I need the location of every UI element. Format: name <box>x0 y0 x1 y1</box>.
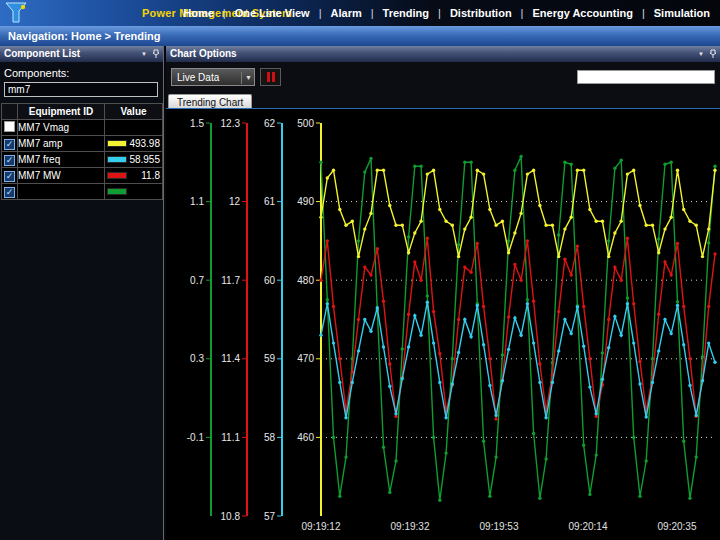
chart-options-title: Chart Options <box>170 48 237 59</box>
svg-text:09:20:35: 09:20:35 <box>658 521 697 532</box>
equipment-id <box>18 184 105 200</box>
series-color-swatch <box>107 172 127 179</box>
checkbox-cell: ✓ <box>2 136 18 152</box>
row-checkbox[interactable]: ✓ <box>4 187 15 198</box>
equipment-id: MM7 MW <box>18 168 105 184</box>
component-list-header: Component List ▼ <box>0 46 163 62</box>
chevron-down-icon[interactable]: ▼ <box>698 46 704 62</box>
pause-button[interactable] <box>260 68 281 86</box>
chevron-down-icon: ▼ <box>241 72 252 84</box>
menu-separator: | <box>642 7 645 19</box>
equipment-id: MM7 amp <box>18 136 105 152</box>
svg-text:0.7: 0.7 <box>190 275 204 286</box>
top-bar: Power Management System Home|One Line Vi… <box>0 0 720 26</box>
components-label: Components: <box>0 62 163 82</box>
svg-text:59: 59 <box>264 353 276 364</box>
value-cell <box>105 120 163 136</box>
chart-search-input[interactable] <box>577 70 715 84</box>
tab-bar: Trending Chart <box>166 92 720 108</box>
row-checkbox[interactable] <box>4 121 15 132</box>
pin-icon[interactable] <box>152 49 160 59</box>
svg-text:480: 480 <box>297 275 314 286</box>
svg-text:1.1: 1.1 <box>190 196 204 207</box>
svg-text:09:19:12: 09:19:12 <box>302 521 341 532</box>
app-window: Power Management System Home|One Line Vi… <box>0 0 720 540</box>
chevron-down-icon[interactable]: ▼ <box>141 46 147 62</box>
svg-text:09:19:53: 09:19:53 <box>480 521 519 532</box>
series-color-swatch <box>107 140 127 147</box>
chart-area: Chart Options ▼ Live Data ▼ Trending Cha… <box>166 46 720 540</box>
menu-separator: | <box>438 7 441 19</box>
equipment-id: MM7 Vmag <box>18 120 105 136</box>
component-list-panel: Component List ▼ Components: Equipment I… <box>0 46 164 540</box>
svg-text:-0.1: -0.1 <box>187 432 205 443</box>
series-color-swatch <box>107 156 127 163</box>
svg-text:470: 470 <box>297 353 314 364</box>
series-color-swatch <box>107 188 127 195</box>
breadcrumb-bar: Navigation: Home > Trending <box>0 26 720 46</box>
pause-icon <box>272 72 275 82</box>
svg-text:09:19:32: 09:19:32 <box>391 521 430 532</box>
svg-text:10.8: 10.8 <box>221 511 241 522</box>
svg-text:09:20:14: 09:20:14 <box>569 521 608 532</box>
svg-text:11.4: 11.4 <box>221 353 240 364</box>
menu-item-home[interactable]: Home <box>183 7 214 19</box>
svg-text:12.3: 12.3 <box>221 118 241 129</box>
table-row[interactable]: ✓ <box>2 184 163 200</box>
component-table-body: MM7 Vmag✓MM7 amp493.98✓MM7 freq58.955✓MM… <box>2 120 163 200</box>
svg-text:62: 62 <box>264 118 276 129</box>
menu-item-energy-accounting[interactable]: Energy Accounting <box>532 7 632 19</box>
checkbox-cell: ✓ <box>2 152 18 168</box>
value-cell <box>105 184 163 200</box>
svg-text:58: 58 <box>264 432 276 443</box>
menu-separator: | <box>371 7 374 19</box>
table-row[interactable]: ✓MM7 freq58.955 <box>2 152 163 168</box>
pause-icon <box>267 72 270 82</box>
table-row[interactable]: ✓MM7 MW11.8 <box>2 168 163 184</box>
breadcrumb: Navigation: Home > Trending <box>8 30 161 42</box>
data-mode-select[interactable]: Live Data ▼ <box>171 68 255 86</box>
svg-text:490: 490 <box>297 196 314 207</box>
table-row[interactable]: ✓MM7 amp493.98 <box>2 136 163 152</box>
menu-item-one-line-view[interactable]: One Line View <box>235 7 310 19</box>
value-column-header: Value <box>105 104 163 120</box>
checkbox-cell <box>2 120 18 136</box>
menu-item-trending[interactable]: Trending <box>383 7 429 19</box>
equipment-id: MM7 freq <box>18 152 105 168</box>
main-menu: Home|One Line View|Alarm|Trending|Distri… <box>183 0 710 26</box>
value-cell: 493.98 <box>105 136 163 152</box>
svg-text:12: 12 <box>229 196 241 207</box>
row-checkbox[interactable]: ✓ <box>4 155 15 166</box>
component-table: Equipment ID Value MM7 Vmag✓MM7 amp493.9… <box>1 103 163 200</box>
svg-text:11.1: 11.1 <box>221 432 240 443</box>
svg-text:460: 460 <box>297 432 314 443</box>
checkbox-cell: ✓ <box>2 168 18 184</box>
svg-text:500: 500 <box>297 118 314 129</box>
component-filter-input[interactable] <box>4 82 158 97</box>
svg-text:11.7: 11.7 <box>221 275 240 286</box>
menu-separator: | <box>521 7 524 19</box>
chart-toolbar: Live Data ▼ <box>166 63 720 91</box>
chart-options-header: Chart Options ▼ <box>166 46 720 62</box>
value-cell: 58.955 <box>105 152 163 168</box>
table-header-row: Equipment ID Value <box>2 104 163 120</box>
row-checkbox[interactable]: ✓ <box>4 139 15 150</box>
menu-item-distribution[interactable]: Distribution <box>450 7 512 19</box>
menu-item-simulation[interactable]: Simulation <box>654 7 710 19</box>
row-checkbox[interactable]: ✓ <box>4 171 15 182</box>
menu-separator: | <box>319 7 322 19</box>
data-mode-value: Live Data <box>177 72 219 83</box>
table-row[interactable]: MM7 Vmag <box>2 120 163 136</box>
svg-text:0.3: 0.3 <box>190 353 204 364</box>
svg-text:1.5: 1.5 <box>190 118 204 129</box>
trending-chart-panel: 1.51.10.70.3-0.112.31211.711.411.110.862… <box>166 108 720 540</box>
pin-icon[interactable] <box>709 49 717 59</box>
menu-separator: | <box>223 7 226 19</box>
app-logo-icon <box>3 1 29 25</box>
checkbox-cell: ✓ <box>2 184 18 200</box>
svg-text:61: 61 <box>264 196 276 207</box>
svg-text:57: 57 <box>264 511 276 522</box>
value-cell: 11.8 <box>105 168 163 184</box>
trending-chart-svg[interactable]: 1.51.10.70.3-0.112.31211.711.411.110.862… <box>166 109 720 540</box>
menu-item-alarm[interactable]: Alarm <box>331 7 362 19</box>
